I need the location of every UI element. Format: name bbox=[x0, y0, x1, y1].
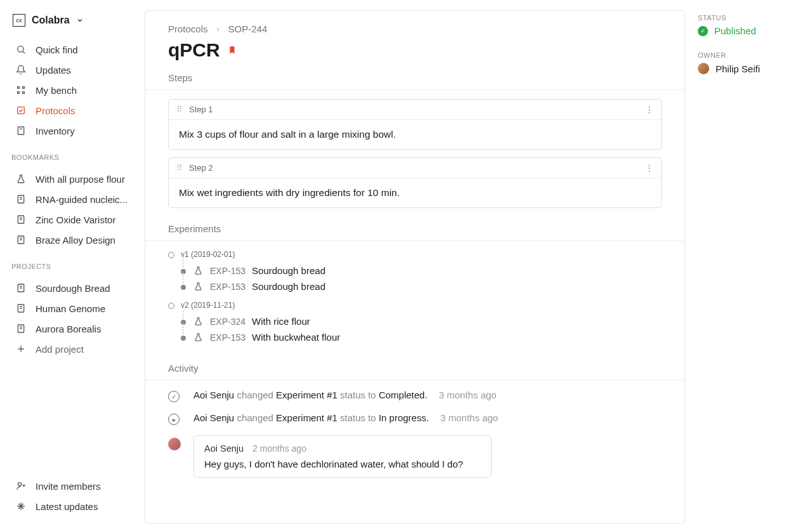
nav-label: Protocols bbox=[36, 105, 75, 116]
step-menu-button[interactable]: ⋮ bbox=[645, 105, 653, 114]
dot-icon bbox=[181, 269, 186, 274]
workspace-logo: cx bbox=[13, 14, 25, 27]
nav-protocols[interactable]: Protocols bbox=[0, 100, 145, 121]
steps-list: ⠿ Step 1 ⋮ Mix 3 cups of flour and salt … bbox=[145, 90, 684, 212]
svg-point-0 bbox=[18, 46, 23, 52]
experiments-list: v1 (2019-02-01) EXP-153 Sourdough bread … bbox=[145, 241, 684, 354]
activity-time: 3 months ago bbox=[440, 412, 498, 423]
document-icon bbox=[15, 193, 27, 205]
nav-quick-find[interactable]: Quick find bbox=[0, 39, 145, 60]
project-label: Aurora Borealis bbox=[36, 324, 101, 334]
section-projects-header: Projects bbox=[0, 250, 145, 274]
activity-time: 3 months ago bbox=[439, 390, 497, 400]
nav-label: My bench bbox=[36, 85, 77, 96]
version-label: v2 (2019-11-21) bbox=[181, 301, 662, 310]
sparkle-icon bbox=[15, 501, 27, 512]
document-icon bbox=[15, 214, 27, 225]
step-header-label: Step 1 bbox=[189, 105, 213, 114]
experiment-name: With rice flour bbox=[252, 316, 310, 327]
chevron-down-icon bbox=[76, 16, 84, 24]
bell-icon bbox=[15, 64, 27, 75]
activity-text: Aoi Senju changed Experiment #1 status t… bbox=[193, 412, 498, 423]
status-row[interactable]: ✓ Published bbox=[698, 25, 799, 36]
nav-my-bench[interactable]: My bench bbox=[0, 80, 145, 100]
svg-rect-3 bbox=[18, 127, 23, 134]
projects-list: Sourdough Bread Human Genome Aurora Bore… bbox=[0, 278, 145, 359]
version-block: v1 (2019-02-01) EXP-153 Sourdough bread … bbox=[168, 250, 662, 294]
comment-author: Aoi Senju bbox=[204, 443, 244, 454]
owner-label: Owner bbox=[698, 51, 799, 59]
breadcrumb: Protocols › SOP-244 bbox=[145, 23, 684, 39]
workspace-switcher[interactable]: cx Colabra bbox=[0, 11, 145, 36]
primary-nav: Quick find Updates My bench Protocols In… bbox=[0, 39, 145, 141]
experiments-label: Experiments bbox=[145, 212, 684, 240]
avatar bbox=[168, 438, 181, 450]
drag-handle-icon[interactable]: ⠿ bbox=[176, 163, 183, 173]
drag-handle-icon[interactable]: ⠿ bbox=[176, 105, 183, 114]
comment-row: Aoi Senju 2 months ago Hey guys, I don't… bbox=[168, 435, 662, 478]
sidebar: cx Colabra Quick find Updates My bench P… bbox=[0, 0, 145, 524]
dot-icon bbox=[181, 336, 186, 341]
flask-icon bbox=[15, 173, 27, 185]
version-block: v2 (2019-11-21) EXP-324 With rice flour … bbox=[168, 301, 662, 345]
dot-icon bbox=[181, 320, 186, 325]
activity-list: ✓ Aoi Senju changed Experiment #1 status… bbox=[145, 381, 684, 478]
experiment-name: With buckwheat flour bbox=[252, 332, 340, 343]
owner-row[interactable]: Philip Seifi bbox=[698, 63, 799, 74]
sidebar-footer: Invite members Latest updates bbox=[0, 476, 145, 516]
nav-updates[interactable]: Updates bbox=[0, 60, 145, 80]
step-body[interactable]: Mix wet ingredients with dry ingredients… bbox=[169, 178, 661, 207]
bookmark-item[interactable]: Braze Alloy Design bbox=[0, 230, 145, 250]
bookmark-item[interactable]: RNA-guided nucleic... bbox=[0, 189, 145, 209]
activity-row: ▸ Aoi Senju changed Experiment #1 status… bbox=[168, 412, 662, 425]
experiment-name: Sourdough bread bbox=[252, 265, 325, 276]
flask-icon bbox=[193, 266, 204, 276]
bench-icon bbox=[15, 84, 27, 96]
project-item[interactable]: Sourdough Bread bbox=[0, 278, 145, 298]
bookmark-item[interactable]: With all purpose flour bbox=[0, 169, 145, 189]
status-value: Published bbox=[714, 25, 756, 36]
workspace-name: Colabra bbox=[32, 15, 70, 26]
invite-label: Invite members bbox=[36, 481, 101, 492]
bookmark-item[interactable]: Zinc Oxide Varistor bbox=[0, 209, 145, 230]
document-icon bbox=[15, 303, 27, 314]
experiment-row[interactable]: EXP-153 With buckwheat flour bbox=[181, 329, 662, 345]
version-marker-icon bbox=[168, 252, 174, 258]
nav-label: Updates bbox=[36, 65, 71, 75]
add-project-label: Add project bbox=[36, 344, 84, 355]
document-icon bbox=[15, 323, 27, 334]
project-item[interactable]: Human Genome bbox=[0, 298, 145, 318]
step-card: ⠿ Step 1 ⋮ Mix 3 cups of flour and salt … bbox=[168, 99, 662, 150]
nav-inventory[interactable]: Inventory bbox=[0, 121, 145, 141]
status-label: Status bbox=[698, 14, 799, 22]
breadcrumb-root[interactable]: Protocols bbox=[168, 23, 208, 34]
section-bookmarks-header: Bookmarks bbox=[0, 141, 145, 165]
checklist-icon bbox=[15, 105, 27, 116]
experiment-id: EXP-153 bbox=[210, 332, 246, 343]
invite-members-button[interactable]: Invite members bbox=[0, 476, 145, 496]
experiment-id: EXP-324 bbox=[210, 317, 246, 327]
activity-label: Activity bbox=[145, 354, 684, 380]
bookmark-icon[interactable] bbox=[228, 44, 237, 56]
plus-icon bbox=[15, 343, 27, 355]
step-menu-button[interactable]: ⋮ bbox=[645, 163, 653, 173]
experiment-row[interactable]: EXP-153 Sourdough bread bbox=[181, 278, 662, 294]
step-body[interactable]: Mix 3 cups of flour and salt in a large … bbox=[169, 120, 661, 149]
project-label: Human Genome bbox=[36, 303, 105, 314]
project-item[interactable]: Aurora Borealis bbox=[0, 318, 145, 339]
check-circle-icon: ✓ bbox=[168, 391, 180, 402]
experiment-row[interactable]: EXP-153 Sourdough bread bbox=[181, 263, 662, 278]
flask-icon bbox=[193, 317, 204, 327]
step-card: ⠿ Step 2 ⋮ Mix wet ingredients with dry … bbox=[168, 157, 662, 208]
nav-label: Quick find bbox=[36, 44, 78, 55]
bookmark-label: Zinc Oxide Varistor bbox=[36, 214, 115, 225]
version-marker-icon bbox=[168, 303, 174, 309]
bookmarks-list: With all purpose flour RNA-guided nuclei… bbox=[0, 169, 145, 250]
bookmark-label: Braze Alloy Design bbox=[36, 235, 115, 246]
breadcrumb-id: SOP-244 bbox=[228, 23, 268, 34]
experiment-row[interactable]: EXP-324 With rice flour bbox=[181, 313, 662, 329]
latest-updates-button[interactable]: Latest updates bbox=[0, 496, 145, 516]
owner-name: Philip Seifi bbox=[716, 63, 760, 74]
add-project-button[interactable]: Add project bbox=[0, 339, 145, 359]
chevron-right-icon: › bbox=[217, 25, 219, 34]
